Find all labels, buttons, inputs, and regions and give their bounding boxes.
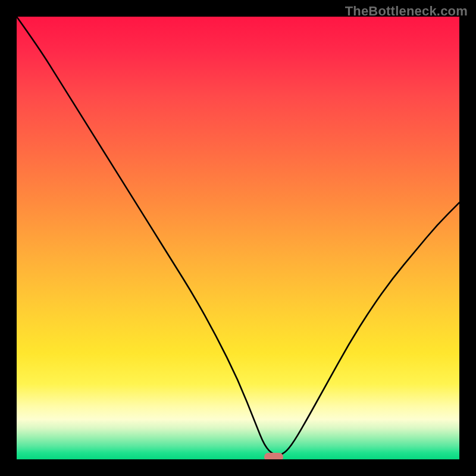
plot-area [17, 17, 459, 459]
watermark-text: TheBottleneck.com [345, 4, 468, 19]
bottleneck-curve [17, 17, 459, 459]
optimal-point-marker [264, 453, 283, 459]
chart-frame: TheBottleneck.com [0, 0, 476, 476]
curve-path [17, 17, 459, 455]
